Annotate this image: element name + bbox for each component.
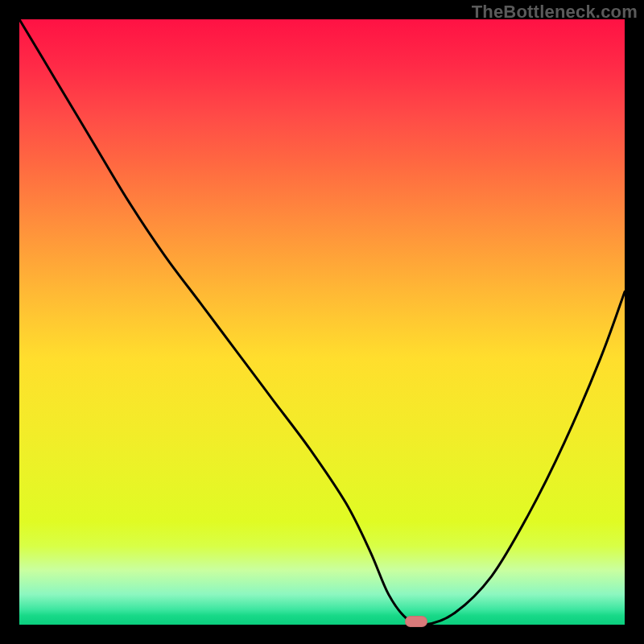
bottleneck-curve	[19, 19, 625, 625]
optimal-point-marker	[405, 616, 427, 627]
chart-frame: TheBottleneck.com	[0, 0, 644, 644]
plot-area	[19, 19, 625, 625]
